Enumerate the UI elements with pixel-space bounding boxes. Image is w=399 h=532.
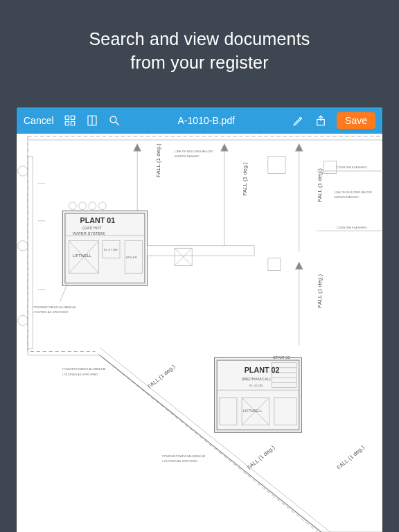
svg-line-7	[116, 122, 119, 125]
svg-text:FALL (1 deg.): FALL (1 deg.)	[155, 143, 161, 177]
svg-text:POWDERCOATED ALUMINIUM: POWDERCOATED ALUMINIUM	[162, 454, 205, 458]
svg-text:LINE OF BUILDING BELOW: LINE OF BUILDING BELOW	[334, 190, 373, 194]
svg-point-85	[18, 166, 28, 176]
document-title: A-1010-B.pdf	[130, 115, 283, 126]
svg-point-6	[110, 116, 116, 123]
svg-text:FALL (1 deg.): FALL (1 deg.)	[317, 168, 323, 202]
svg-text:FALL (1 deg.): FALL (1 deg.)	[147, 364, 177, 390]
share-icon	[314, 114, 327, 127]
svg-text:SHOWN DASHED: SHOWN DASHED	[334, 195, 359, 199]
svg-point-30	[98, 202, 106, 210]
document-canvas[interactable]: FALL (1 deg.) FALL (1 deg.) FALL (1 deg.…	[17, 134, 382, 532]
svg-text:LINE OF BUILDING BELOW: LINE OF BUILDING BELOW	[175, 150, 213, 153]
svg-rect-2	[65, 122, 69, 125]
svg-point-86	[18, 241, 28, 251]
pencil-icon	[292, 114, 305, 127]
svg-rect-91	[28, 156, 33, 349]
svg-text:COUNTER FLASHING: COUNTER FLASHING	[337, 226, 368, 229]
save-button[interactable]: Save	[337, 112, 375, 129]
blueprint-drawing: FALL (1 deg.) FALL (1 deg.) FALL (1 deg.…	[17, 134, 382, 532]
svg-text:FALL (1 deg.): FALL (1 deg.)	[317, 274, 323, 308]
svg-text:BOILER: BOILER	[126, 256, 137, 259]
svg-marker-9	[28, 140, 382, 532]
hero-title: Search and view documents from your regi…	[28, 28, 371, 75]
svg-text:WATER SYSTEM): WATER SYSTEM)	[73, 231, 105, 236]
svg-text:COUNTER FLASHING: COUNTER FLASHING	[337, 166, 368, 169]
document-viewer: Cancel A-1010-B.pdf Save FALL	[17, 107, 382, 532]
svg-text:(GAS HOT: (GAS HOT	[82, 226, 102, 230]
svg-text:(MECHANICAL): (MECHANICAL)	[242, 377, 271, 381]
hero-line2: from your register	[130, 53, 269, 72]
svg-point-28	[79, 202, 87, 210]
svg-text:LOUVRES AS SPECIFIED: LOUVRES AS SPECIFIED	[33, 310, 68, 314]
svg-text:RL ST NM: RL ST NM	[104, 248, 118, 251]
svg-rect-46	[148, 246, 255, 256]
svg-text:POWDERCOATED ALUMINIUM: POWDERCOATED ALUMINIUM	[33, 305, 76, 309]
page-icon	[86, 114, 98, 127]
svg-point-29	[89, 202, 96, 210]
svg-point-87	[18, 315, 28, 325]
svg-text:LIFTWELL: LIFTWELL	[243, 409, 262, 414]
svg-marker-22	[295, 143, 303, 151]
share-button[interactable]	[314, 114, 327, 127]
cancel-button[interactable]: Cancel	[24, 115, 54, 126]
annotate-button[interactable]	[292, 114, 305, 127]
svg-text:SHOWN DASHED: SHOWN DASHED	[175, 154, 200, 158]
svg-text:LIFTWELL: LIFTWELL	[73, 254, 91, 258]
viewer-toolbar: Cancel A-1010-B.pdf Save	[17, 107, 382, 134]
svg-text:FALL (1 deg.): FALL (1 deg.)	[242, 162, 248, 196]
svg-rect-49	[268, 258, 281, 271]
svg-text:PLANT 01: PLANT 01	[80, 216, 115, 224]
svg-text:FALL (1 deg.): FALL (1 deg.)	[246, 444, 276, 470]
svg-rect-47	[268, 156, 285, 173]
page-view-button[interactable]	[86, 114, 98, 127]
svg-text:LOUVRES AS SPECIFIED: LOUVRES AS SPECIFIED	[162, 459, 197, 463]
svg-text:POWDERCOATED ALUMINIUM: POWDERCOATED ALUMINIUM	[62, 367, 105, 371]
svg-marker-24	[295, 262, 303, 269]
svg-text:RL 42.400: RL 42.400	[249, 384, 263, 387]
svg-point-27	[69, 202, 76, 210]
svg-rect-48	[324, 161, 337, 174]
svg-text:STAIR 02: STAIR 02	[273, 355, 290, 360]
svg-text:FALL (1 deg.): FALL (1 deg.)	[336, 444, 366, 470]
svg-rect-1	[71, 116, 74, 119]
svg-marker-20	[221, 143, 229, 151]
svg-marker-18	[134, 143, 141, 151]
svg-text:LOUVRES AS SPECIFIED: LOUVRES AS SPECIFIED	[62, 373, 98, 376]
grid-view-button[interactable]	[64, 114, 76, 127]
grid-icon	[64, 114, 76, 127]
svg-rect-3	[71, 122, 74, 125]
svg-rect-0	[65, 116, 69, 119]
search-button[interactable]	[108, 114, 121, 127]
hero-line1: Search and view documents	[89, 29, 310, 48]
search-icon	[108, 114, 121, 127]
hero-text: Search and view documents from your regi…	[0, 0, 399, 103]
svg-text:PLANT 02: PLANT 02	[245, 366, 280, 374]
